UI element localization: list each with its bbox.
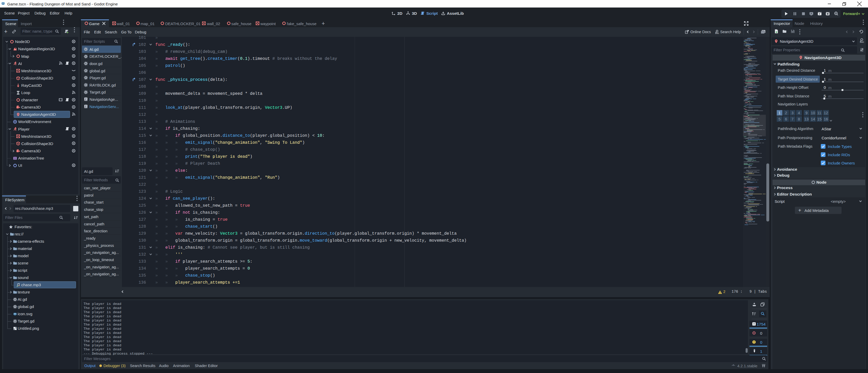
svg-text:DOC: DOC bbox=[860, 41, 864, 43]
svg-text:DOC: DOC bbox=[85, 99, 88, 101]
svg-text:DOC: DOC bbox=[85, 107, 88, 108]
svg-text:DOC: DOC bbox=[715, 32, 719, 34]
